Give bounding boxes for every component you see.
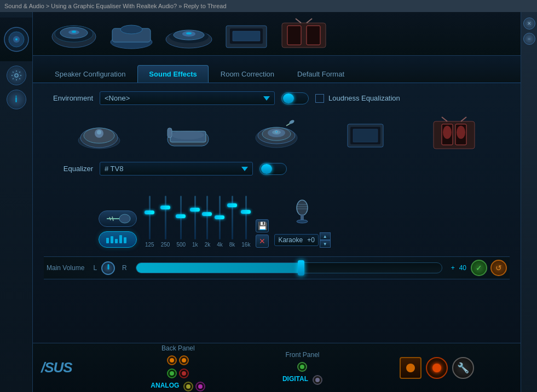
right-btn-1[interactable]: ✕ [523,17,535,30]
svg-rect-62 [124,237,126,243]
right-sidebar: ✕ − [521,12,537,392]
main-volume-slider[interactable] [136,262,442,273]
volume-reset-button[interactable]: ↺ [490,260,507,276]
eq-freq-125: 125 [145,242,154,248]
panel-record-button[interactable] [400,357,421,379]
eq-thumb-8k[interactable] [227,203,237,207]
info-icon: i [15,95,17,104]
loudness-label: Loudness Equalization [328,94,400,102]
svg-line-24 [296,19,301,23]
environment-value: <None> [105,94,130,102]
back-panel-connectors [167,355,189,365]
svg-line-56 [109,217,111,220]
sound-icon-stone[interactable] [74,114,124,153]
eq-freq-8k: 8k [229,242,235,248]
eq-thumb-4k[interactable] [215,215,224,219]
svg-point-3 [15,38,18,40]
back-panel-label: Back Panel [161,344,195,352]
guitar-eq-button[interactable] [99,210,137,227]
volume-value: + [451,264,455,272]
loudness-checkbox[interactable] [315,94,324,103]
tab-room-correction[interactable]: Room Correction [210,66,285,83]
browser-bar: Sound & Audio > Using a Graphic Equalise… [0,0,537,12]
svg-point-52 [443,126,452,139]
eq-thumb-16k[interactable] [241,210,251,214]
volume-left-knob [101,261,118,275]
front-panel-label: Front Panel [285,351,319,359]
volume-thumb[interactable] [298,260,304,276]
svg-rect-46 [353,129,378,142]
eq-thumb-125[interactable] [145,210,154,214]
eq-slider-16k: 16k [241,196,250,248]
digital-connector-1[interactable] [313,375,322,385]
eq-action-buttons: 💾 ✕ [256,219,269,248]
svg-point-17 [186,32,192,34]
back-connector-4[interactable] [179,368,189,378]
close-icon: ✕ [259,237,265,245]
volume-main-label: Main Volume [47,264,84,272]
analog-connectors: ANALOG [151,382,205,391]
environment-toggle[interactable] [281,92,309,104]
graphic-eq-button[interactable] [99,231,137,248]
svg-rect-61 [119,235,122,243]
volume-accept-button[interactable]: ✓ [471,260,487,276]
asus-logo: /SUS [41,359,112,376]
tab-speaker-config[interactable]: Speaker Configuration [44,66,136,83]
eq-area: 125 250 500 [44,182,510,248]
karaoke-value: +0 [307,236,315,244]
svg-rect-33 [168,128,172,138]
sidebar-icon-settings[interactable] [7,66,26,85]
environment-toggle-knob [283,93,294,103]
content-area: Speaker Configuration Sound Effects Room… [33,12,521,392]
eq-save-button[interactable]: 💾 [256,219,269,232]
tab-sound-effects[interactable]: Sound Effects [137,65,208,83]
tab-default-format[interactable]: Default Format [286,66,355,83]
eq-buttons [99,210,137,248]
eq-sliders: 125 250 500 [145,182,250,248]
svg-line-51 [461,117,466,121]
eq-thumb-2k[interactable] [202,212,212,216]
sound-icon-turntable[interactable] [252,114,301,153]
left-sidebar: i [0,12,33,392]
volume-action-buttons: ✓ ↺ [471,260,507,276]
eq-slider-2k: 2k [205,196,211,248]
environment-dropdown-arrow [263,96,270,101]
svg-point-9 [72,31,76,33]
eq-freq-16k: 16k [241,242,250,248]
karaoke-down-arrow[interactable]: ▼ [320,240,331,248]
sound-icon-bathtub[interactable] [163,114,212,153]
back-panel-connectors-2 [167,368,189,378]
equalizer-dropdown-arrow [241,167,248,171]
equalizer-dropdown[interactable]: # TV8 [100,162,253,175]
wrench-icon: 🔧 [457,362,469,374]
eq-freq-250: 250 [161,242,170,248]
back-connector-3[interactable] [167,368,177,378]
eq-thumb-250[interactable] [160,206,170,209]
eq-thumb-500[interactable] [176,214,186,218]
eq-freq-500: 500 [176,242,186,248]
panel-wrench-button[interactable]: 🔧 [452,357,474,379]
equalizer-toggle-knob [261,164,272,174]
eq-slider-4k: 4k [217,196,223,248]
svg-point-34 [171,131,204,139]
karaoke-up-arrow[interactable]: ▲ [320,232,331,240]
analog-connector-2[interactable] [195,382,205,391]
analog-connector-1[interactable] [183,382,193,391]
environment-dropdown[interactable]: <None> [100,91,275,105]
back-connector-2[interactable] [179,355,189,365]
eq-thumb-1k[interactable] [190,208,200,212]
eq-reset-button[interactable]: ✕ [256,235,269,248]
sound-icon-box[interactable] [341,114,390,153]
volume-r-label: R [122,264,127,272]
svg-line-25 [307,19,312,23]
back-connector-1[interactable] [167,355,177,365]
right-btn-2[interactable]: − [523,33,535,45]
front-connector-1[interactable] [297,362,307,372]
svg-point-63 [297,200,308,215]
equalizer-toggle[interactable] [259,163,287,175]
front-panel-group: Front Panel DIGITAL [282,351,322,385]
sound-icon-theater[interactable] [430,114,479,153]
panel-audio-out-button[interactable] [426,357,448,379]
sidebar-icon-info[interactable]: i [7,90,26,109]
eq-freq-1k: 1k [192,242,198,248]
